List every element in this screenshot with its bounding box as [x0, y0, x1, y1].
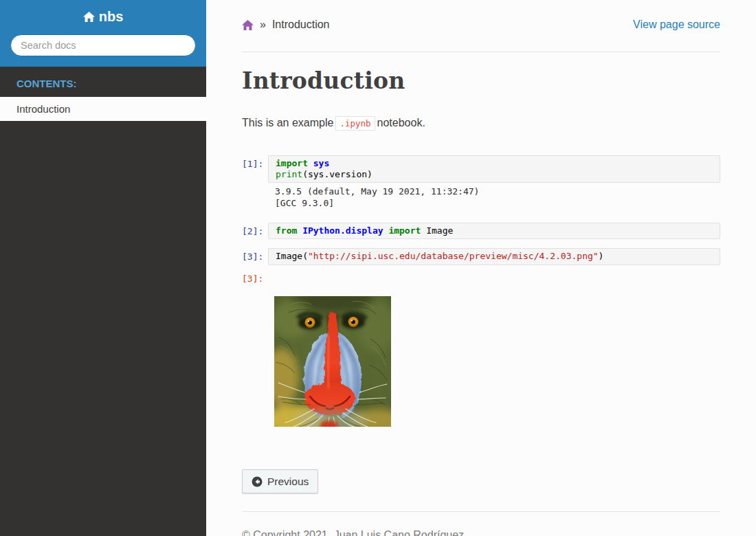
code-token: sys [313, 158, 329, 168]
stdout-line: 3.9.5 (default, May 19 2021, 11:32:47) [275, 186, 713, 198]
code-cell-3-input: [3]: Image("http://sipi.usc.edu/database… [242, 248, 720, 265]
breadcrumb-current-page: Introduction [272, 19, 330, 31]
search-input[interactable] [10, 34, 196, 56]
stdout-line: [GCC 9.3.0] [275, 198, 713, 210]
input-prompt-3: [3]: [242, 248, 268, 263]
sidebar-item-introduction[interactable]: Introduction [0, 97, 206, 121]
sidebar-contents-caption: CONTENTS: [0, 67, 206, 97]
intro-paragraph: This is an example.ipynbnotebook. [242, 115, 720, 132]
notebook: [1]: import sysprint(sys.version) 3.9.5 … [242, 155, 720, 449]
code-token: import [276, 158, 308, 168]
page-footer: © Copyright 2021, Juan Luis Cano Rodrígu… [242, 528, 720, 536]
code-token: IPython.display [302, 225, 383, 236]
output-prompt-spacer [242, 183, 268, 186]
code-cell-2-input: [2]: from IPython.display import Image [242, 223, 720, 239]
code-token: ) [599, 251, 604, 261]
code-token: "http://sipi.usc.edu/database/preview/mi… [308, 251, 599, 261]
code-token: import [388, 225, 421, 236]
code-token [297, 225, 302, 236]
code-cell-1-input: [1]: import sysprint(sys.version) [242, 155, 720, 183]
main-content: » Introduction View page source Introduc… [206, 0, 756, 536]
copyright-text: © Copyright 2021, Juan Luis Cano Rodrígu… [242, 528, 720, 536]
previous-button-label: Previous [267, 476, 309, 488]
code-token: from [276, 225, 297, 236]
code-input-area-1[interactable]: import sysprint(sys.version) [268, 155, 720, 183]
breadcrumb-divider [242, 52, 720, 52]
breadcrumb-row: » Introduction View page source [242, 19, 720, 31]
code-token: Image( [276, 251, 308, 261]
sidebar-project-link[interactable]: nbs [10, 9, 196, 25]
output-prompt-3: [3]: [242, 270, 268, 284]
sidebar: nbs CONTENTS: Introduction [0, 0, 206, 536]
ipynb-literal: .ipynb [335, 116, 375, 131]
page-title: Introduction [242, 68, 720, 94]
image-output-3 [268, 270, 720, 450]
breadcrumb: » Introduction [242, 19, 330, 31]
intro-text-post: notebook. [377, 117, 425, 129]
breadcrumb-separator: » [260, 19, 266, 31]
footer-divider [242, 511, 720, 512]
code-input-area-3[interactable]: Image("http://sipi.usc.edu/database/prev… [268, 248, 720, 265]
view-page-source-link[interactable]: View page source [633, 19, 720, 31]
home-icon [83, 10, 95, 25]
code-token: Image [421, 225, 453, 236]
previous-button[interactable]: Previous [242, 469, 318, 494]
mandrill-image [274, 296, 391, 427]
code-token: print [276, 169, 302, 179]
code-cell-1-output: 3.9.5 (default, May 19 2021, 11:32:47)[G… [242, 183, 720, 214]
sidebar-project-title: nbs [99, 9, 124, 24]
code-cell-3-output: [3]: [242, 270, 720, 450]
input-prompt-1: [1]: [242, 155, 268, 170]
code-token: (sys.version) [302, 169, 373, 179]
input-prompt-2: [2]: [242, 223, 268, 237]
arrow-circle-left-icon [252, 476, 263, 487]
sidebar-search-area: nbs [0, 0, 206, 67]
stdout-output-1: 3.9.5 (default, May 19 2021, 11:32:47)[G… [268, 183, 720, 214]
intro-text-pre: This is an example [242, 117, 333, 129]
code-token [308, 158, 313, 168]
code-input-area-2[interactable]: from IPython.display import Image [268, 223, 720, 239]
breadcrumb-home-icon[interactable] [242, 20, 254, 30]
